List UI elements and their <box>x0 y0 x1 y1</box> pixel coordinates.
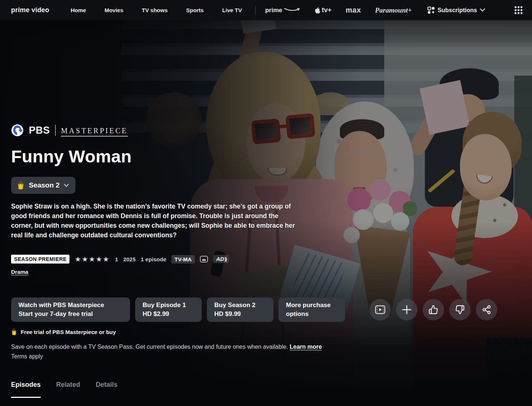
like-button[interactable] <box>423 299 444 320</box>
star-rating[interactable]: ★★★★★ <box>75 256 110 263</box>
nav-divider <box>255 6 256 15</box>
pbs-logo-text: PBS <box>29 125 50 136</box>
subtitles-icon <box>200 256 208 262</box>
action-buttons-row: Watch with PBS Masterpiece Start your 7-… <box>11 297 497 322</box>
nav-item-tv-shows[interactable]: TV shows <box>142 7 168 13</box>
trailer-icon <box>375 305 385 314</box>
free-trial-text: Free trial of PBS Masterpiece or buy <box>21 329 116 335</box>
release-year: 2025 <box>123 256 136 262</box>
brand-row: PBS Masterpiece <box>11 124 128 137</box>
plus-icon <box>402 305 412 314</box>
subscriptions-menu[interactable]: Subscriptions <box>427 7 485 14</box>
pbs-logo-icon <box>11 124 24 137</box>
top-nav: prime video Home Movies TV shows Sports … <box>0 0 532 20</box>
buy-season-line2: HD $9.99 <box>214 310 266 319</box>
ad-badge-waves: )) <box>225 256 226 262</box>
dislike-button[interactable] <box>449 299 471 320</box>
terms-apply-text: Terms apply <box>11 353 43 360</box>
watch-with-pbs-button[interactable]: Watch with PBS Masterpiece Start your 7-… <box>11 297 130 322</box>
nav-item-movies[interactable]: Movies <box>105 7 123 13</box>
trailer-button[interactable] <box>369 299 391 320</box>
buy-episode-line2: HD $2.99 <box>143 310 194 319</box>
brand-divider <box>55 125 56 136</box>
thumbs-down-icon <box>455 305 465 314</box>
nav-item-home[interactable]: Home <box>71 7 86 13</box>
season-selector[interactable]: Season 2 <box>11 177 75 194</box>
prime-video-page: prime video Home Movies TV shows Sports … <box>0 0 532 406</box>
shopping-bag-icon <box>17 181 24 189</box>
rating-count: 1 <box>115 256 118 262</box>
free-trial-note: Free trial of PBS Masterpiece or buy <box>11 328 116 335</box>
paramount-logo-text: Paramount+ <box>375 6 412 14</box>
synopsis-text: Sophie Straw is on a high. She is the na… <box>11 202 296 240</box>
tab-related[interactable]: Related <box>56 381 80 398</box>
prime-video-logo[interactable]: prime video <box>11 6 49 14</box>
season-selector-label: Season 2 <box>29 181 59 189</box>
buy-season-button[interactable]: Buy Season 2 HD $9.99 <box>207 297 273 322</box>
season-premiere-badge: SEASON PREMIERE <box>11 255 69 264</box>
ad-badge-text: AD <box>216 256 224 262</box>
metadata-row: SEASON PREMIERE ★★★★★ 1 2025 1 episode T… <box>11 255 229 264</box>
learn-more-link[interactable]: Learn more <box>290 344 322 350</box>
more-purchase-options-button[interactable]: More purchase options <box>279 297 345 322</box>
nav-item-live-tv[interactable]: Live TV <box>222 7 242 13</box>
tab-episodes[interactable]: Episodes <box>11 381 41 398</box>
season-pass-text: Save on each episode with a TV Season Pa… <box>11 344 290 350</box>
apps-grid-icon[interactable] <box>515 6 522 14</box>
nav-links: Home Movies TV shows Sports Live TV <box>71 7 242 13</box>
chevron-down-icon <box>64 184 69 187</box>
chevron-down-icon <box>480 8 485 12</box>
buy-season-line1: Buy Season 2 <box>214 301 266 310</box>
max-channel-logo[interactable]: max <box>346 6 361 14</box>
prime-channel-logo[interactable]: prime <box>265 7 301 14</box>
subscriptions-icon <box>427 7 435 14</box>
more-options-line1: More purchase <box>286 301 338 310</box>
genre-link-drama[interactable]: Drama <box>11 269 28 275</box>
detail-tabs: Episodes Related Details <box>11 381 117 398</box>
apple-tv-logo-text: tv+ <box>322 6 332 14</box>
subscriptions-label: Subscriptions <box>438 7 477 14</box>
add-to-watchlist-button[interactable] <box>396 299 417 320</box>
apple-tv-channel-logo[interactable]: tv+ <box>315 6 332 14</box>
nav-item-sports[interactable]: Sports <box>186 7 204 13</box>
watch-button-line2: Start your 7-day free trial <box>18 310 123 319</box>
buy-episode-button[interactable]: Buy Episode 1 HD $2.99 <box>135 297 202 322</box>
audio-description-badge: AD )) <box>213 255 229 263</box>
prime-smile-icon <box>284 8 301 11</box>
paramount-plus-channel-logo[interactable]: Paramount+ <box>375 6 412 14</box>
episode-count: 1 episode <box>141 256 166 262</box>
page-title: Funny Woman <box>11 146 132 166</box>
share-icon <box>482 305 491 314</box>
watch-button-line1: Watch with PBS Masterpiece <box>18 301 123 310</box>
max-logo-text: max <box>346 6 361 14</box>
maturity-rating-badge: TV-MA <box>171 255 195 264</box>
season-pass-note: Save on each episode with a TV Season Pa… <box>11 344 322 350</box>
thumbs-up-icon <box>429 305 438 314</box>
share-button[interactable] <box>476 299 497 320</box>
more-options-line2: options <box>286 310 338 319</box>
apple-icon <box>315 7 320 14</box>
tab-details[interactable]: Details <box>96 381 117 398</box>
prime-logo-text: prime <box>265 7 282 14</box>
masterpiece-logo-text: Masterpiece <box>61 124 128 137</box>
partner-channels: prime tv+ max Paramount+ <box>265 6 412 14</box>
title-details: PBS Masterpiece Funny Woman Season 2 Sop… <box>0 0 532 406</box>
shopping-bag-icon <box>11 328 17 335</box>
buy-episode-line1: Buy Episode 1 <box>143 301 194 310</box>
